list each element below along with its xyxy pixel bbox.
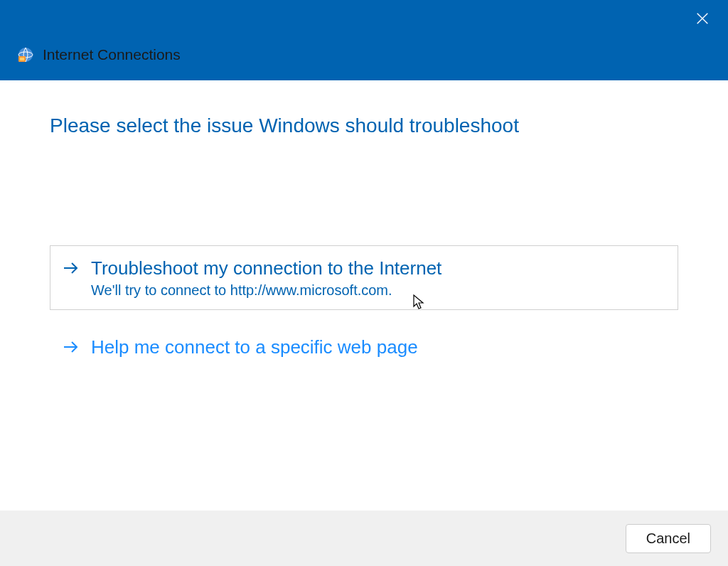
option-content: Help me connect to a specific web page bbox=[91, 336, 665, 360]
footer: Cancel bbox=[0, 511, 728, 566]
troubleshooter-icon bbox=[17, 46, 34, 63]
close-icon bbox=[695, 11, 710, 29]
option-title: Troubleshoot my connection to the Intern… bbox=[91, 257, 665, 281]
arrow-right-icon bbox=[63, 340, 80, 357]
titlebar: Internet Connections bbox=[0, 0, 728, 80]
content-area: Please select the issue Windows should t… bbox=[0, 80, 728, 371]
option-troubleshoot-internet[interactable]: Troubleshoot my connection to the Intern… bbox=[50, 245, 678, 310]
option-specific-webpage[interactable]: Help me connect to a specific web page bbox=[50, 324, 678, 371]
arrow-right-icon bbox=[63, 261, 80, 278]
option-content: Troubleshoot my connection to the Intern… bbox=[91, 257, 665, 299]
svg-rect-5 bbox=[20, 58, 24, 60]
title-container: Internet Connections bbox=[17, 46, 181, 63]
option-subtitle: We'll try to connect to http://www.micro… bbox=[91, 282, 665, 299]
close-button[interactable] bbox=[691, 9, 714, 31]
cancel-button[interactable]: Cancel bbox=[626, 524, 711, 553]
page-heading: Please select the issue Windows should t… bbox=[50, 114, 678, 137]
option-title: Help me connect to a specific web page bbox=[91, 336, 665, 360]
window-title: Internet Connections bbox=[43, 46, 181, 63]
